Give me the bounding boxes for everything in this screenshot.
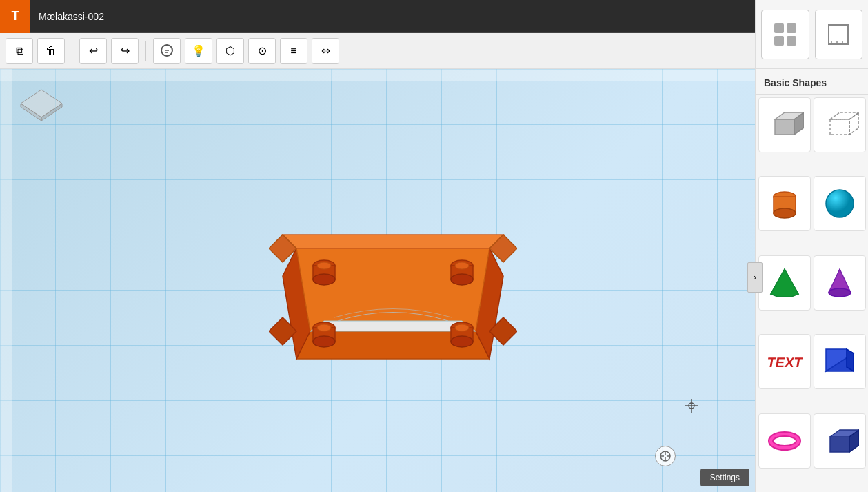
svg-point-31	[455, 324, 469, 331]
settings-button[interactable]: Settings	[700, 469, 749, 486]
svg-point-64	[829, 288, 851, 297]
svg-marker-55	[849, 112, 859, 135]
align-button[interactable]: ≡	[280, 38, 307, 64]
ruler-panel-button[interactable]	[815, 10, 863, 59]
shapes-grid: TEXT	[756, 95, 868, 492]
shape-box2[interactable]	[814, 413, 866, 469]
hole-button[interactable]: ⊙	[248, 38, 276, 64]
delete-button[interactable]: 🗑	[37, 38, 65, 64]
shape-torus[interactable]	[758, 413, 811, 469]
right-panel: Basic Shapes	[755, 0, 868, 492]
mirror-button[interactable]: ⇔	[312, 38, 339, 64]
svg-point-60	[826, 190, 854, 217]
svg-rect-42	[774, 36, 784, 46]
basic-shapes-label: Basic Shapes	[756, 69, 868, 95]
shape-cone[interactable]	[814, 255, 866, 311]
shape-sphere[interactable]	[814, 176, 866, 231]
svg-point-27	[317, 324, 331, 331]
panel-icon-row	[756, 0, 868, 69]
svg-marker-3	[21, 90, 62, 117]
move-icon[interactable]	[655, 446, 676, 466]
shape-cylinder[interactable]	[758, 176, 811, 231]
ruler-left	[0, 69, 12, 492]
shape-text[interactable]: TEXT	[758, 334, 811, 389]
app-icon: T	[0, 0, 30, 33]
svg-marker-72	[830, 437, 849, 452]
svg-marker-10	[283, 235, 503, 248]
svg-rect-40	[774, 23, 784, 33]
svg-point-30	[451, 336, 473, 347]
3d-object[interactable]	[269, 193, 517, 414]
svg-point-22	[451, 274, 473, 285]
svg-marker-62	[771, 269, 798, 297]
shape-box-hole[interactable]	[814, 97, 866, 152]
perspective-cube[interactable]	[14, 83, 69, 124]
shape-wedge[interactable]	[814, 334, 866, 389]
panel-collapse-button[interactable]: ›	[747, 262, 763, 293]
grid-panel-button[interactable]	[761, 10, 809, 59]
app-icon-letter: T	[12, 9, 19, 23]
comment-button[interactable]	[153, 38, 181, 64]
svg-point-18	[313, 274, 335, 285]
copy-button[interactable]: ⧉	[6, 38, 33, 64]
toolbar-separator-2	[145, 41, 146, 61]
svg-point-26	[313, 336, 335, 347]
redo-button[interactable]: ↪	[111, 38, 139, 64]
shape-pyramid[interactable]	[758, 255, 811, 311]
toolbar-separator-1	[72, 41, 72, 61]
svg-marker-53	[830, 119, 849, 135]
svg-point-59	[774, 208, 796, 218]
svg-marker-69	[847, 349, 854, 371]
project-title: Mælakassi-002	[39, 11, 774, 22]
light-button[interactable]: 💡	[185, 38, 212, 64]
svg-text:TEXT: TEXT	[766, 355, 804, 370]
svg-point-19	[317, 262, 331, 269]
shape-button[interactable]: ⬡	[216, 38, 244, 64]
ruler-top	[0, 69, 755, 81]
svg-marker-50	[775, 119, 794, 135]
svg-rect-43	[787, 36, 796, 46]
svg-point-23	[455, 262, 469, 269]
toolbar: ⧉ 🗑 ↩ ↪ 💡 ⬡ ⊙ ≡ ⇔	[0, 33, 755, 69]
topbar: T Mælakassi-002 ⊞ ⚒ ▬▬	[0, 0, 868, 33]
shape-box[interactable]	[758, 97, 811, 152]
canvas-area[interactable]: Settings	[0, 69, 755, 492]
crosshair	[685, 399, 698, 413]
svg-rect-41	[787, 23, 796, 33]
svg-rect-44	[829, 25, 848, 44]
undo-button[interactable]: ↩	[79, 38, 107, 64]
